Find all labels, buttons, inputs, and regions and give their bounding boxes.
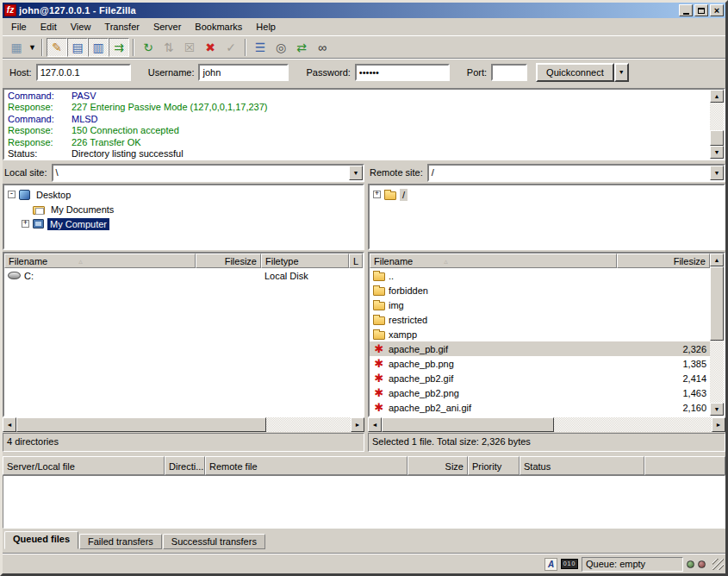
remote-hscroll-thumb[interactable]: [382, 417, 554, 432]
resize-grip[interactable]: [712, 559, 724, 570]
column-header-filename[interactable]: Filename▵: [4, 254, 196, 268]
file-row[interactable]: ✱apache_pb2.png1,463: [370, 385, 710, 400]
file-cell: 1,463: [617, 385, 710, 400]
quickconnect-button[interactable]: Quickconnect: [536, 63, 614, 82]
minimize-button[interactable]: [679, 4, 693, 16]
scroll-up-icon[interactable]: ▲: [710, 90, 724, 103]
chevron-down-icon[interactable]: ▼: [349, 166, 363, 180]
menu-server[interactable]: Server: [146, 19, 188, 34]
queue-column-status[interactable]: Status: [520, 456, 644, 475]
tree-expander[interactable]: +: [373, 191, 381, 198]
toolbar: ▦▼✎▤▥⇉↻⇅☒✖✓☰◎⇄∞: [3, 35, 725, 58]
file-row[interactable]: ✱apache_pb2_ani.gif2,160: [370, 400, 710, 415]
file-row[interactable]: restricted: [370, 312, 710, 327]
remote-hscrollbar[interactable]: ◄ ►: [368, 417, 725, 432]
scroll-left-icon[interactable]: ◄: [3, 417, 16, 432]
tree-item[interactable]: My Documents: [4, 202, 363, 216]
menu-transfer[interactable]: Transfer: [97, 19, 146, 34]
tab-queued-files[interactable]: Queued files: [4, 531, 78, 549]
file-row[interactable]: ✱apache_pb.gif2,326: [370, 341, 710, 356]
toggle-remote-tree-icon[interactable]: ▥: [88, 38, 109, 57]
log-prefix: Response:: [8, 125, 72, 136]
file-cell-text: 1,385: [682, 359, 706, 369]
sync-browsing-icon[interactable]: ⇄: [291, 38, 312, 57]
queue-column-remote-file[interactable]: Remote file: [205, 456, 408, 475]
local-site-combo[interactable]: \ ▼: [52, 164, 364, 182]
log-scrollbar[interactable]: ▲ ▼: [710, 90, 724, 159]
process-queue-icon: ⇅: [159, 38, 179, 57]
file-row[interactable]: img: [370, 297, 710, 312]
scroll-right-icon[interactable]: ►: [712, 417, 725, 432]
file-cell-text: 2,414: [682, 373, 706, 384]
file-name: restricted: [389, 315, 427, 325]
column-header-filesize[interactable]: Filesize: [617, 254, 710, 268]
column-header-filename[interactable]: Filename▵: [370, 254, 617, 268]
compare-icon[interactable]: ◎: [271, 38, 291, 57]
speed-limits-icon[interactable]: 010: [561, 559, 578, 569]
tree-item[interactable]: -Desktop: [4, 187, 363, 202]
tree-expander[interactable]: -: [8, 191, 16, 198]
password-input[interactable]: [355, 64, 450, 81]
chevron-down-icon[interactable]: ▼: [710, 166, 724, 180]
site-manager-icon[interactable]: ▦: [6, 38, 27, 57]
column-header-l[interactable]: L: [349, 254, 363, 268]
file-row[interactable]: ✱apache_pb2.gif2,414: [370, 371, 710, 385]
toolbar-separator: [41, 39, 43, 56]
file-row[interactable]: xampp: [370, 327, 710, 341]
site-manager-dropdown-icon[interactable]: ▼: [27, 38, 38, 57]
tree-item[interactable]: +My Computer: [4, 216, 363, 231]
scroll-up-icon[interactable]: ▲: [710, 254, 724, 266]
maximize-button[interactable]: [694, 4, 708, 16]
menu-edit[interactable]: Edit: [34, 19, 64, 34]
tree-expander[interactable]: +: [22, 220, 29, 228]
file-row[interactable]: ..: [370, 268, 710, 283]
column-header-filesize[interactable]: Filesize: [196, 254, 261, 268]
log-scroll-thumb[interactable]: [710, 130, 724, 146]
scroll-right-icon[interactable]: ►: [351, 417, 364, 432]
file-cell: [617, 312, 710, 327]
tab-successful-transfers[interactable]: Successful transfers: [163, 534, 265, 549]
file-row[interactable]: forbidden: [370, 283, 710, 297]
data-type-ascii-icon[interactable]: A: [544, 558, 557, 571]
menu-file[interactable]: File: [4, 19, 34, 34]
close-button[interactable]: ×: [710, 4, 724, 16]
log-line: Response:150 Connection accepted: [8, 125, 708, 136]
titlebar[interactable]: fz john@127.0.0.1 - FileZilla ×: [3, 3, 725, 18]
queue-column-server-local-file[interactable]: Server/Local file: [3, 456, 165, 475]
quickconnect-dropdown-button[interactable]: ▼: [614, 63, 629, 82]
queue-column-directi-[interactable]: Directi...: [165, 456, 205, 475]
port-input[interactable]: [491, 64, 527, 81]
menu-view[interactable]: View: [64, 19, 98, 34]
find-icon[interactable]: ∞: [312, 38, 333, 57]
host-input[interactable]: [36, 64, 131, 81]
scroll-down-icon[interactable]: ▼: [710, 146, 724, 159]
column-header-filetype[interactable]: Filetype: [261, 254, 349, 268]
scroll-left-icon[interactable]: ◄: [368, 417, 382, 432]
username-input[interactable]: [198, 64, 289, 81]
refresh-icon[interactable]: ↻: [138, 38, 159, 57]
local-hscroll-thumb[interactable]: [16, 417, 266, 432]
app-icon: fz: [4, 4, 16, 16]
remote-scrollbar[interactable]: ▲ ▼: [710, 254, 724, 416]
file-row[interactable]: ✱apache_pb.png1,385: [370, 356, 710, 371]
tree-item[interactable]: +/: [370, 187, 724, 202]
menu-help[interactable]: Help: [249, 19, 283, 34]
toolbar-separator: [245, 39, 246, 56]
remote-scroll-thumb[interactable]: [710, 266, 724, 341]
local-hscrollbar[interactable]: ◄ ►: [3, 417, 364, 432]
queue-column-size[interactable]: Size: [408, 456, 468, 475]
toggle-message-log-icon[interactable]: ✎: [47, 38, 67, 57]
tab-failed-transfers[interactable]: Failed transfers: [79, 534, 162, 549]
queue-column-priority[interactable]: Priority: [468, 456, 520, 475]
menu-bookmarks[interactable]: Bookmarks: [188, 19, 249, 34]
file-cell: [617, 327, 710, 341]
toggle-local-tree-icon[interactable]: ▤: [67, 38, 88, 57]
filter-icon[interactable]: ☰: [250, 38, 271, 57]
log-prefix: Command:: [8, 114, 72, 125]
toggle-transfer-queue-icon[interactable]: ⇉: [109, 38, 129, 57]
queue-column-blank[interactable]: [644, 456, 725, 475]
disconnect-icon[interactable]: ✖: [200, 38, 221, 57]
file-row[interactable]: C:Local Disk: [4, 268, 363, 283]
remote-site-combo[interactable]: / ▼: [427, 164, 725, 182]
scroll-down-icon[interactable]: ▼: [710, 403, 724, 416]
